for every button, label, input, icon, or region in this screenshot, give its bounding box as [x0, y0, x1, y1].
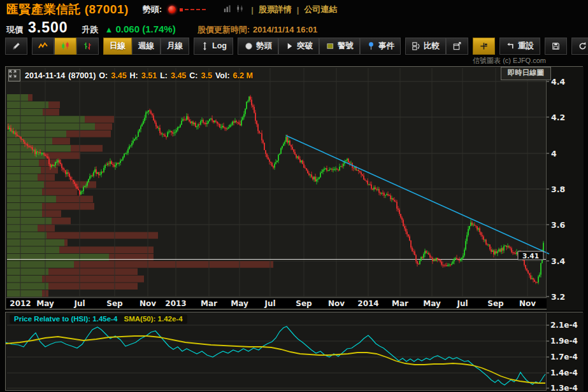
svg-text:1.7e-4: 1.7e-4 [550, 353, 578, 361]
toolbar-group: 比較 [405, 38, 468, 55]
pencil-icon [11, 41, 21, 51]
weekly-interval-label: 週線 [138, 41, 154, 52]
chart-mode-tab: 即時日線圖 [501, 67, 552, 80]
high-label: H: [130, 71, 138, 80]
close-label: C: [189, 71, 197, 80]
alert-button[interactable]: 警號 [319, 38, 360, 55]
sma-legend: SMA(50): 1.42e-4 [124, 315, 183, 323]
ohlc-chart-type-button[interactable] [76, 38, 99, 55]
momentum-dash-icon [196, 9, 200, 10]
event-label: 事件 [378, 41, 394, 52]
log-scale-button[interactable]: Log [194, 38, 233, 55]
momentum-red-dot-icon [168, 6, 176, 13]
candlestick-chart[interactable]: 3.414.44.243.83.63.43.22012MayJulSepNov2… [6, 67, 584, 311]
sma-line [6, 336, 545, 383]
momentum-label: 勢頭 [256, 41, 272, 52]
relative-strength-chart[interactable]: 2.1e-41.9e-41.7e-41.4e-41.3e-4 [6, 312, 584, 391]
svg-text:Jul: Jul [264, 299, 275, 308]
olive-square-icon [326, 41, 335, 51]
svg-text:3.4: 3.4 [551, 256, 565, 266]
compare-label: 比較 [424, 41, 440, 52]
svg-text:2.1e-4: 2.1e-4 [550, 321, 578, 330]
undo-arrow-icon [506, 41, 515, 51]
alert-label: 警號 [338, 41, 354, 52]
line-chart-type-button[interactable] [32, 38, 54, 55]
relative-strength-line [6, 326, 545, 385]
open-value: 3.45 [111, 71, 126, 80]
fullscreen-button[interactable] [8, 69, 20, 81]
link-separator: | [251, 5, 254, 15]
zigzag-icon [38, 41, 48, 51]
price-bar: 現價 3.500 升跌 ▲ 0.060 (1.74%) 股價更新時間: 2014… [0, 19, 588, 36]
candle-chart-type-button[interactable] [54, 38, 76, 55]
stock-title: 匯賢產業信託 (87001) [6, 1, 129, 18]
panel-gridlines [7, 325, 547, 388]
info-date: 2014-11-14 [25, 71, 65, 80]
svg-text:1.3e-4: 1.3e-4 [550, 384, 578, 391]
ohlc-info-bar: 2014-11-14 (87001) O: 3.45 H: 3.51 L: 3.… [8, 69, 253, 81]
compare-button[interactable]: 比較 [405, 38, 446, 55]
breakout-button[interactable]: 突破 [278, 38, 319, 55]
momentum-dash-icon [190, 9, 194, 10]
svg-text:2014: 2014 [357, 299, 378, 308]
crosshair-icon [479, 41, 489, 51]
toolbar-group [5, 38, 27, 55]
blue-pin-icon [366, 41, 376, 51]
svg-text:Mar: Mar [201, 299, 217, 308]
current-price-label: 現價 [6, 24, 23, 36]
change-label: 升跌 [82, 24, 99, 36]
momentum-button[interactable]: 勢頭 [238, 38, 278, 55]
current-price: 3.500 [28, 19, 68, 36]
svg-text:Mar: Mar [392, 299, 408, 308]
header-chart-icons [222, 4, 245, 16]
svg-text:4: 4 [551, 149, 557, 158]
svg-text:Nov: Nov [140, 299, 156, 308]
daily-interval-button[interactable]: 日線 [103, 38, 132, 55]
compare-windows-icon [412, 41, 421, 51]
svg-text:1.9e-4: 1.9e-4 [550, 337, 578, 346]
svg-text:3.2: 3.2 [551, 292, 565, 302]
low-value: 3.45 [171, 71, 186, 80]
event-button[interactable]: 事件 [360, 38, 401, 55]
link-separator: | [297, 5, 299, 15]
popout-button[interactable] [446, 38, 468, 55]
log-scale-label: Log [212, 41, 227, 50]
company-link[interactable]: 公司連結 [304, 4, 337, 15]
momentum-dash-icon [185, 9, 189, 10]
low-label: L: [160, 71, 168, 80]
draw-tool-button[interactable] [5, 38, 27, 55]
svg-text:Jul: Jul [73, 299, 85, 308]
save-button[interactable] [545, 38, 567, 55]
close-value: 3.5 [201, 71, 212, 80]
refresh-button[interactable] [571, 38, 588, 55]
daily-interval-label: 日線 [110, 41, 125, 52]
svg-text:Sep: Sep [296, 299, 312, 308]
svg-text:Sep: Sep [487, 299, 504, 308]
play-triangle-icon [285, 41, 294, 51]
reset-button[interactable]: 重設 [499, 38, 540, 55]
volume-value: 6.2 M [233, 71, 253, 80]
mini-candles-icon [235, 4, 245, 13]
candles-icon [61, 41, 70, 51]
stock-details-link[interactable]: 股票詳情 [259, 4, 292, 15]
toolbar-group: Log [194, 38, 233, 55]
toolbar-group [571, 38, 588, 55]
change-value: 0.060 (1.74%) [115, 24, 175, 34]
relative-strength-panel: 2.1e-41.9e-41.7e-41.4e-41.3e-4 Price Rel… [5, 312, 583, 391]
toolbar-group [473, 38, 495, 55]
crosshair-button[interactable] [473, 38, 495, 55]
weekly-interval-button[interactable]: 週線 [132, 38, 161, 55]
volume-profile [7, 94, 273, 297]
mini-bar-chart-icon[interactable] [222, 4, 232, 16]
mini-candle-chart-icon[interactable] [235, 4, 245, 16]
toolbar-group [545, 38, 567, 55]
monthly-interval-button[interactable]: 月線 [161, 38, 189, 55]
stock-chart-app: 匯賢產業信託 (87001) 勢頭: | 股票詳情 | 公司連結 現價 3.50… [0, 0, 588, 392]
mini-bars-icon [222, 4, 232, 13]
relative-strength-legend: Price Relatve to (HSI): 1.45e-4 [14, 315, 117, 323]
header-links: | 股票詳情 | 公司連結 [251, 4, 337, 15]
toolbar-group: 日線週線月線 [103, 38, 189, 55]
volume-label: Vol: [215, 71, 230, 80]
updated-time-label: 股價更新時間: [197, 24, 250, 36]
updated-time: 2014/11/14 16:01 [253, 25, 317, 34]
